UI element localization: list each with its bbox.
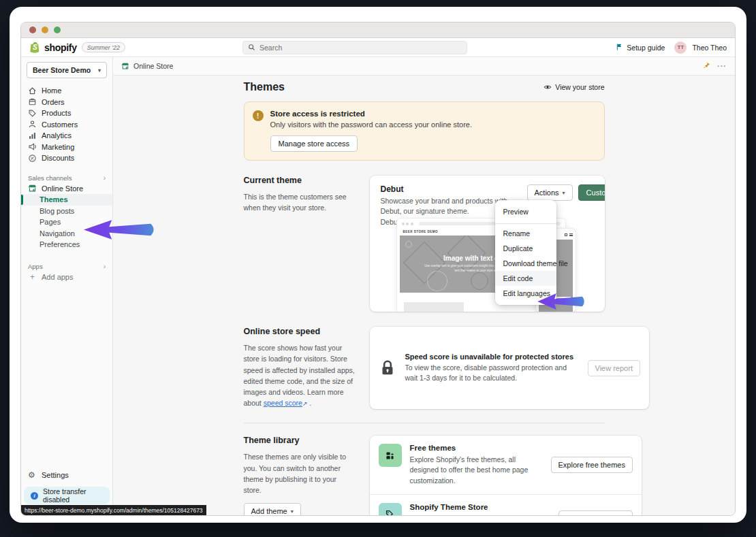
add-theme-button[interactable]: Add theme ▾ — [244, 503, 301, 515]
maximize-window-icon[interactable] — [54, 27, 61, 33]
customize-button[interactable]: Customize — [578, 184, 605, 201]
sidebar-item-label: Products — [42, 109, 71, 117]
free-themes-row: Free themes Explore Shopify's free theme… — [370, 436, 642, 494]
bag-icon — [565, 233, 567, 237]
eye-icon — [544, 83, 552, 91]
sidebar-item-settings[interactable]: ⚙ Settings — [21, 469, 112, 481]
explore-free-themes-button[interactable]: Explore free themes — [551, 457, 633, 473]
user-name[interactable]: Theo Theo — [692, 44, 727, 52]
sales-channels-header[interactable]: Sales channels › — [21, 173, 112, 183]
sidebar-subitem-label: Blog posts — [40, 207, 74, 215]
add-theme-label: Add theme — [251, 507, 287, 515]
view-your-store-link[interactable]: View your store — [544, 83, 604, 91]
sidebar-item-orders[interactable]: Orders — [21, 97, 112, 108]
sidebar-item-label: Home — [42, 86, 61, 95]
restricted-access-banner: ! Store access is restricted Only visito… — [244, 101, 605, 161]
menu-item-download-theme-file[interactable]: Download theme file — [495, 256, 556, 271]
speed-card-title: Speed score is unavailable for protected… — [405, 353, 579, 361]
row-body: Browse free and selected paid themes usi… — [410, 514, 543, 515]
row-title: Free themes — [410, 444, 543, 452]
avatar[interactable]: TT — [674, 42, 687, 54]
sidebar-item-analytics[interactable]: Analytics — [21, 130, 112, 142]
actions-button[interactable]: Actions ▾ — [527, 184, 573, 201]
bar-chart-icon — [28, 131, 37, 140]
minimize-window-icon[interactable] — [42, 27, 48, 33]
shopify-bag-icon: S — [29, 41, 41, 54]
menu-item-preview[interactable]: Preview — [495, 204, 556, 222]
manage-store-access-button[interactable]: Manage store access — [270, 135, 358, 152]
row-title: Shopify Theme Store — [410, 503, 543, 511]
orders-icon — [28, 97, 37, 106]
sidebar-subitem-label: Themes — [40, 195, 68, 204]
admin-topbar: S shopify Summer '22 Setup guide TT — [21, 38, 735, 57]
store-selector[interactable]: Beer Store Demo ▾ — [27, 62, 107, 78]
discount-icon — [28, 154, 37, 163]
store-transfer-banner[interactable]: i Store transfer disabled — [24, 487, 110, 504]
menu-item-edit-code[interactable]: Edit code — [495, 271, 556, 286]
add-apps-label: Add apps — [42, 273, 73, 281]
actions-label: Actions — [535, 189, 559, 197]
banner-title: Store access is restricted — [270, 110, 473, 118]
caret-down-icon: ▾ — [563, 190, 565, 196]
section-heading: Current theme — [244, 176, 356, 185]
setup-guide-button[interactable]: Setup guide — [616, 43, 665, 52]
view-report-button[interactable]: View report — [588, 360, 640, 376]
release-badge: Summer '22 — [82, 42, 125, 52]
visit-theme-store-button[interactable]: Visit Theme Store — [558, 510, 633, 515]
browser-window: S shopify Summer '22 Setup guide TT — [20, 22, 736, 516]
section-description: The score shows how fast your store is l… — [244, 344, 355, 407]
settings-label: Settings — [42, 471, 69, 479]
screenshot-frame: S shopify Summer '22 Setup guide TT — [10, 7, 746, 523]
more-options-icon[interactable]: ··· — [717, 62, 727, 70]
section-description: These themes are only visible to you. Yo… — [244, 451, 356, 495]
menu-item-edit-languages[interactable]: Edit languages — [495, 286, 556, 301]
add-apps-button[interactable]: + Add apps — [21, 272, 112, 283]
channel-subheader: Online Store ··· — [113, 57, 735, 76]
shopify-logo[interactable]: S shopify — [29, 41, 77, 54]
chevron-right-icon: › — [104, 174, 106, 182]
logo-letter: S — [33, 44, 37, 51]
sidebar-item-preferences[interactable]: Preferences — [21, 239, 112, 250]
section-heading: Online store speed — [244, 327, 356, 336]
current-theme-card: Debut Showcase your brand and products w… — [370, 176, 605, 312]
sales-channels-label: Sales channels — [28, 174, 72, 182]
sidebar-item-marketing[interactable]: Marketing — [21, 142, 112, 153]
window-titlebar — [21, 22, 735, 38]
plus-icon: + — [28, 272, 37, 282]
apps-label: Apps — [28, 263, 43, 270]
sidebar-item-customers[interactable]: Customers — [21, 119, 112, 131]
sidebar-item-home[interactable]: Home — [21, 85, 112, 97]
search-input[interactable] — [259, 44, 462, 52]
channel-breadcrumb[interactable]: Online Store — [121, 62, 173, 70]
sidebar-item-label: Online Store — [42, 184, 83, 193]
storefront-icon — [121, 62, 129, 70]
caret-down-icon: ▾ — [98, 67, 101, 74]
sidebar-item-navigation[interactable]: Navigation — [21, 228, 112, 240]
menu-item-rename[interactable]: Rename — [495, 226, 556, 241]
sidebar-item-pages[interactable]: Pages — [21, 216, 112, 228]
pin-icon[interactable] — [703, 60, 710, 72]
sidebar-subitem-label: Preferences — [40, 240, 80, 248]
sidebar-item-products[interactable]: Products — [21, 108, 112, 119]
close-window-icon[interactable] — [29, 27, 36, 33]
theme-library-card: Free themes Explore Shopify's free theme… — [370, 436, 642, 515]
sidebar-item-online-store[interactable]: Online Store — [21, 183, 112, 195]
sidebar-item-label: Marketing — [42, 143, 74, 151]
theme-store-icon — [379, 503, 402, 515]
speed-score-link[interactable]: speed score — [264, 399, 302, 407]
sidebar-item-blog-posts[interactable]: Blog posts — [21, 206, 112, 217]
section-description: This is the theme customers see when the… — [244, 191, 356, 214]
preview-store-name: BEER STORE DEMO — [403, 230, 438, 233]
sidebar-item-themes[interactable]: Themes — [21, 194, 112, 206]
apps-header[interactable]: Apps › — [21, 261, 112, 272]
store-transfer-label: Store transfer disabled — [43, 487, 104, 504]
speed-card: Speed score is unavailable for protected… — [370, 327, 649, 409]
warning-icon: ! — [253, 110, 264, 121]
person-icon — [28, 120, 37, 129]
theme-name: Debut — [381, 184, 527, 194]
speed-card-body: To view the score, disable password prot… — [405, 363, 579, 383]
global-search[interactable] — [242, 41, 467, 54]
setup-guide-label: Setup guide — [627, 44, 665, 52]
sidebar-item-discounts[interactable]: Discounts — [21, 152, 112, 164]
menu-item-duplicate[interactable]: Duplicate — [495, 241, 556, 256]
